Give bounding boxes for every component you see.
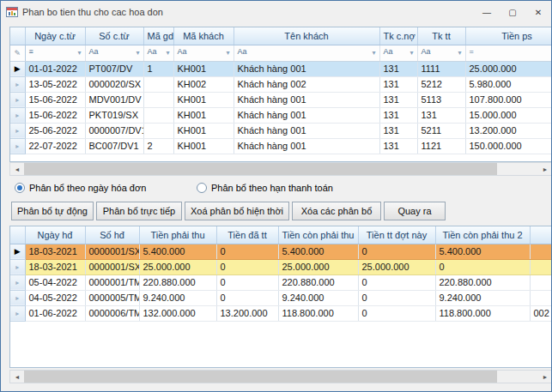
grid-cell[interactable]: KH001 — [173, 107, 234, 123]
grid-cell[interactable]: 22-07-2022 — [25, 138, 85, 154]
filter-cell[interactable]: =▾ — [465, 45, 552, 61]
grid-cell[interactable]: 0 — [216, 274, 278, 290]
grid-cell[interactable]: 0 — [358, 305, 435, 321]
grid-cell[interactable]: 5212 — [417, 76, 465, 92]
radio-by-due-date[interactable]: Phân bổ theo hạn thanh toán — [197, 182, 333, 194]
grid-cell[interactable]: 107.800.000 — [465, 92, 552, 107]
filter-condition-icon[interactable]: Aa — [178, 47, 187, 56]
grid-cell[interactable]: 9.240.000 — [139, 290, 216, 305]
grid-cell[interactable]: 5113 — [417, 92, 465, 107]
close-button[interactable]: ✕ — [525, 1, 551, 23]
grid-cell[interactable]: 0000005/TM1 — [85, 290, 139, 305]
current-row-indicator[interactable]: ▶ — [10, 61, 25, 76]
chevron-down-icon[interactable]: ▾ — [372, 45, 375, 61]
table-row[interactable]: ▸ 01-06-2022 0000006/TM 132.000.000 13.2… — [10, 305, 552, 321]
row-indicator[interactable]: ▸ — [10, 92, 25, 107]
grid-cell[interactable]: PKT019/SX — [85, 107, 143, 123]
grid-cell[interactable]: 0 — [358, 274, 435, 290]
radio-by-invoice-date[interactable]: Phân bổ theo ngày hóa đơn — [15, 182, 146, 194]
filter-condition-icon[interactable]: ≡ — [29, 47, 33, 56]
grid-cell[interactable]: Khách hàng 001 — [234, 123, 379, 138]
table-row[interactable]: ▸ 15-06-2022 MDV001/DV KH001 Khách hàng … — [10, 92, 552, 107]
row-indicator[interactable]: ▸ — [10, 123, 25, 138]
grid-cell[interactable]: 0 — [358, 244, 435, 259]
grid-cell[interactable]: 150.000.000 — [465, 138, 552, 154]
filter-cell[interactable]: Aa▾ — [85, 45, 143, 61]
column-header[interactable]: Mã khách — [173, 27, 234, 45]
grid-cell[interactable]: 25.000.000 — [139, 259, 216, 274]
horizontal-scrollbar[interactable]: ◄ ► — [9, 162, 552, 176]
grid-cell[interactable]: Khách hàng 001 — [234, 107, 379, 123]
scrollbar-track[interactable] — [24, 371, 538, 383]
row-indicator[interactable]: ▸ — [10, 76, 25, 92]
grid-cell[interactable]: KH001 — [173, 123, 234, 138]
grid-cell[interactable]: 0000006/TM — [85, 305, 139, 321]
grid-cell[interactable]: 131 — [379, 76, 417, 92]
delete-current-allocation-button[interactable]: Xoá phân bổ hiện thời — [185, 202, 289, 220]
grid-cell[interactable]: 5.400.000 — [435, 244, 530, 259]
grid-cell[interactable]: 0 — [358, 290, 435, 305]
grid-cell[interactable]: 25-06-2022 — [25, 123, 85, 138]
grid-cell[interactable]: 131 — [379, 138, 417, 154]
grid-cell[interactable]: 0 — [216, 259, 278, 274]
table-row[interactable]: ▶ 18-03-2021 0000001/SX 5.400.000 0 5.40… — [10, 244, 552, 259]
column-header[interactable]: Tiền ps — [465, 27, 552, 45]
grid-cell[interactable]: 0000001/SX — [85, 259, 139, 274]
scroll-right-button[interactable]: ► — [538, 163, 552, 175]
chevron-down-icon[interactable]: ▾ — [166, 45, 169, 61]
column-header[interactable]: Tiền còn phải thu 2 — [435, 226, 530, 244]
column-header[interactable]: Tk c.nợ — [379, 27, 417, 45]
grid-cell[interactable]: 5.400.000 — [139, 244, 216, 259]
grid-cell[interactable]: 1 — [143, 61, 173, 76]
grid-cell[interactable]: 118.800.000 — [435, 305, 530, 321]
grid-cell[interactable]: 5211 — [417, 123, 465, 138]
grid-cell[interactable]: 0000007/DV1 — [85, 123, 143, 138]
grid-cell[interactable]: Khách hàng 002 — [234, 76, 379, 92]
grid-cell[interactable]: KH001 — [173, 92, 234, 107]
grid-cell[interactable]: 01-01-2022 — [25, 61, 85, 76]
column-header[interactable]: Số c.từ — [85, 27, 143, 45]
grid-cell[interactable]: 04-05-2022 — [25, 290, 85, 305]
grid-cell[interactable]: 0 — [435, 259, 530, 274]
chevron-down-icon[interactable]: ▾ — [409, 45, 413, 61]
grid-cell[interactable]: 05-04-2022 — [25, 274, 85, 290]
chevron-down-icon[interactable]: ▾ — [226, 45, 229, 61]
grid-cell[interactable]: 131 — [379, 61, 417, 76]
grid-cell[interactable]: 25.000.000 — [465, 61, 552, 76]
grid-cell[interactable]: 9.240.000 — [278, 290, 358, 305]
grid-cell[interactable]: 18-03-2021 — [25, 244, 85, 259]
grid-cell[interactable]: Khách hàng 001 — [234, 61, 379, 76]
filter-condition-icon[interactable]: Aa — [238, 47, 247, 56]
row-indicator[interactable]: ▸ — [10, 107, 25, 123]
row-indicator[interactable]: ▸ — [10, 305, 25, 321]
column-header[interactable]: Tên khách — [234, 27, 379, 45]
filter-cell[interactable]: Aa▾ — [379, 45, 417, 61]
filter-cell[interactable]: Aa▾ — [417, 45, 465, 61]
filter-cell[interactable]: Aa▾ — [173, 45, 234, 61]
chevron-down-icon[interactable]: ▾ — [136, 45, 139, 61]
table-row[interactable]: ▸ 04-05-2022 0000005/TM1 9.240.000 0 9.2… — [10, 290, 552, 305]
grid-cell[interactable]: MDV001/DV — [85, 92, 143, 107]
row-indicator[interactable]: ▸ — [10, 274, 25, 290]
grid-cell[interactable]: 220.880.000 — [139, 274, 216, 290]
grid-cell[interactable]: 13-05-2022 — [25, 76, 85, 92]
titlebar[interactable]: Phan bo tien thu cho cac hoa don — ▢ ✕ — [1, 1, 551, 23]
grid-cell[interactable]: PT007/DV — [85, 61, 143, 76]
grid-cell[interactable]: 13.200.000 — [216, 305, 278, 321]
grid-cell[interactable] — [143, 76, 173, 92]
minimize-button[interactable]: — — [474, 1, 500, 23]
grid-cell[interactable] — [530, 244, 552, 259]
grid-cell[interactable]: Khách hàng 001 — [234, 92, 379, 107]
grid-cell[interactable] — [143, 92, 173, 107]
column-header[interactable]: Mã gd — [143, 27, 173, 45]
scroll-right-button[interactable]: ► — [538, 371, 552, 383]
current-row-indicator[interactable]: ▶ — [10, 244, 25, 259]
scrollbar-track[interactable] — [24, 163, 538, 175]
column-header[interactable]: Ngày hđ — [25, 226, 85, 244]
grid-cell[interactable]: 13.200.000 — [465, 123, 552, 138]
filter-condition-icon[interactable]: Aa — [422, 47, 431, 56]
filter-cell[interactable]: ≡▾ — [25, 45, 85, 61]
column-header[interactable]: Ngày c.từ — [25, 27, 85, 45]
grid-cell[interactable]: 131 — [379, 107, 417, 123]
table-row[interactable]: ▸ 25-06-2022 0000007/DV1 KH001 Khách hàn… — [10, 123, 552, 138]
